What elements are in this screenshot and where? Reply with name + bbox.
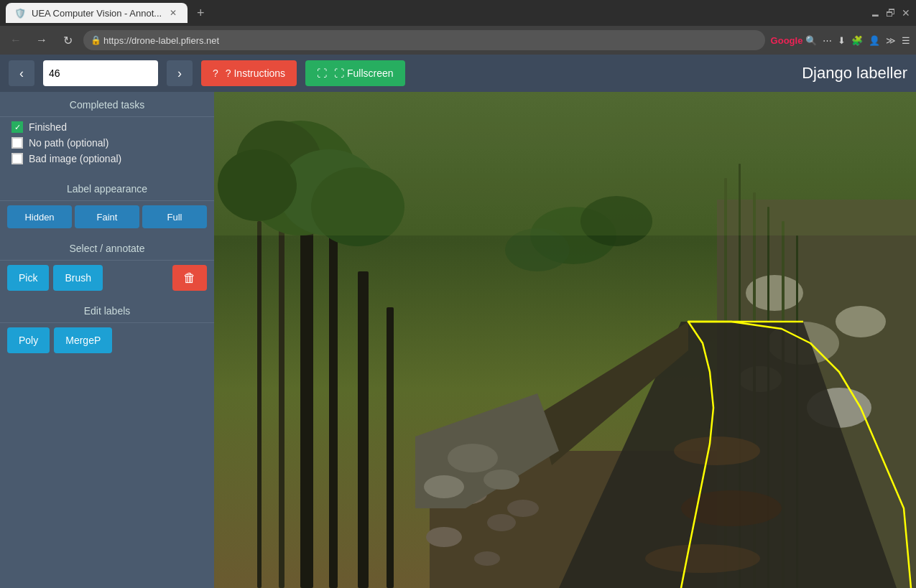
instructions-label: ? Instructions bbox=[226, 67, 285, 79]
finished-checkbox[interactable]: ✓ bbox=[11, 121, 23, 133]
next-task-button[interactable]: › bbox=[167, 60, 193, 86]
browser-tab[interactable]: 🛡️ UEA Computer Vision - Annot... ✕ bbox=[6, 3, 188, 23]
address-bar: ← → ↻ 🔒 https://drone-label.pfiers.net G… bbox=[0, 26, 916, 55]
edit-btn-row: Poly MergeP bbox=[7, 327, 207, 353]
no-path-row[interactable]: No path (optional) bbox=[11, 137, 203, 149]
svg-rect-2 bbox=[329, 235, 338, 588]
tab-controls: 🗕 🗗 ✕ bbox=[870, 7, 910, 19]
lock-icon: 🔒 bbox=[91, 35, 101, 45]
fullscreen-label: ⛶ Fullscreen bbox=[334, 67, 393, 79]
chevron-right-icon[interactable]: ≫ bbox=[886, 35, 896, 46]
address-right-controls: Google 🔍 ⋯ ⬇ 🧩 👤 ≫ ☰ bbox=[771, 35, 910, 46]
delete-button[interactable]: 🗑 bbox=[172, 265, 207, 291]
svg-rect-3 bbox=[279, 200, 284, 588]
question-icon: ? bbox=[213, 67, 218, 79]
tab-bar: 🛡️ UEA Computer Vision - Annot... ✕ + 🗕 … bbox=[0, 0, 916, 26]
svg-point-27 bbox=[426, 527, 462, 547]
bad-image-row[interactable]: Bad image (optional) bbox=[11, 153, 203, 164]
edit-labels-section: Poly MergeP bbox=[0, 323, 214, 360]
tool-row: Pick Brush 🗑 bbox=[7, 265, 207, 291]
prev-task-button[interactable]: ‹ bbox=[9, 60, 34, 86]
svg-point-28 bbox=[474, 551, 500, 566]
svg-point-33 bbox=[448, 444, 498, 472]
svg-point-16 bbox=[836, 306, 886, 337]
close-window-icon[interactable]: ✕ bbox=[902, 7, 910, 19]
browser-chrome: 🛡️ UEA Computer Vision - Annot... ✕ + 🗕 … bbox=[0, 0, 916, 55]
svg-point-29 bbox=[507, 500, 539, 517]
address-input-wrap[interactable]: 🔒 https://drone-label.pfiers.net bbox=[83, 30, 765, 50]
bad-image-label: Bad image (optional) bbox=[29, 153, 121, 164]
url-display: https://drone-label.pfiers.net bbox=[83, 35, 219, 46]
label-appearance-section: Hidden Faint Full bbox=[0, 201, 214, 235]
download-icon[interactable]: ⬇ bbox=[838, 35, 846, 46]
menu-icon[interactable]: ☰ bbox=[902, 35, 910, 46]
forest-scene bbox=[214, 92, 916, 588]
minimize-icon[interactable]: 🗕 bbox=[870, 7, 880, 19]
no-path-label: No path (optional) bbox=[29, 137, 108, 149]
appearance-btn-group: Hidden Faint Full bbox=[7, 205, 207, 228]
instructions-button[interactable]: ? ? Instructions bbox=[201, 60, 297, 86]
brush-button[interactable]: Brush bbox=[53, 265, 103, 291]
forward-button[interactable]: → bbox=[32, 30, 52, 50]
svg-point-26 bbox=[487, 514, 516, 531]
svg-rect-42 bbox=[214, 92, 916, 235]
svg-rect-6 bbox=[387, 307, 394, 588]
app-title: Django labeller bbox=[802, 64, 907, 83]
svg-point-38 bbox=[645, 544, 760, 573]
task-checkboxes: ✓ Finished No path (optional) Bad image … bbox=[0, 117, 214, 176]
full-button[interactable]: Full bbox=[142, 205, 207, 228]
edit-labels-title: Edit labels bbox=[0, 298, 214, 322]
fullscreen-icon: ⛶ bbox=[317, 67, 327, 79]
bad-image-checkbox[interactable] bbox=[11, 153, 23, 164]
select-annotate-section: Pick Brush 🗑 bbox=[0, 261, 214, 298]
maximize-icon[interactable]: 🗗 bbox=[886, 7, 896, 19]
refresh-button[interactable]: ↻ bbox=[57, 30, 78, 50]
svg-point-36 bbox=[674, 437, 760, 465]
hidden-button[interactable]: Hidden bbox=[7, 205, 72, 228]
select-annotate-title: Select / annotate bbox=[0, 235, 214, 260]
task-number-input[interactable] bbox=[43, 60, 158, 86]
profile-icon[interactable]: 👤 bbox=[869, 35, 880, 46]
main-layout: Completed tasks ✓ Finished No path (opti… bbox=[0, 92, 916, 588]
mergep-button[interactable]: MergeP bbox=[54, 327, 112, 353]
poly-button[interactable]: Poly bbox=[7, 327, 50, 353]
fullscreen-button[interactable]: ⛶ ⛶ Fullscreen bbox=[305, 60, 404, 86]
finished-label: Finished bbox=[29, 121, 67, 133]
google-account[interactable]: Google 🔍 bbox=[771, 35, 817, 46]
no-path-checkbox[interactable] bbox=[11, 137, 23, 149]
extensions-icon[interactable]: 🧩 bbox=[851, 35, 863, 46]
svg-point-35 bbox=[484, 470, 519, 490]
favicon-icon: 🛡️ bbox=[14, 8, 26, 19]
svg-rect-4 bbox=[358, 271, 369, 588]
completed-tasks-title: Completed tasks bbox=[0, 92, 214, 116]
finished-row[interactable]: ✓ Finished bbox=[11, 121, 203, 133]
trash-icon: 🗑 bbox=[183, 271, 196, 286]
sidebar: Completed tasks ✓ Finished No path (opti… bbox=[0, 92, 214, 588]
more-button[interactable]: ⋯ bbox=[823, 35, 832, 46]
tab-title: UEA Computer Vision - Annot... bbox=[32, 8, 162, 19]
image-area bbox=[214, 92, 916, 588]
new-tab-button[interactable]: + bbox=[190, 3, 211, 23]
back-button[interactable]: ← bbox=[6, 30, 26, 50]
svg-point-34 bbox=[424, 475, 464, 498]
svg-rect-5 bbox=[257, 221, 262, 588]
label-appearance-title: Label appearance bbox=[0, 176, 214, 200]
tab-close-button[interactable]: ✕ bbox=[167, 7, 179, 19]
faint-button[interactable]: Faint bbox=[75, 205, 139, 228]
app-toolbar: ‹ › ? ? Instructions ⛶ ⛶ Fullscreen Djan… bbox=[0, 55, 916, 92]
pick-button[interactable]: Pick bbox=[7, 265, 49, 291]
